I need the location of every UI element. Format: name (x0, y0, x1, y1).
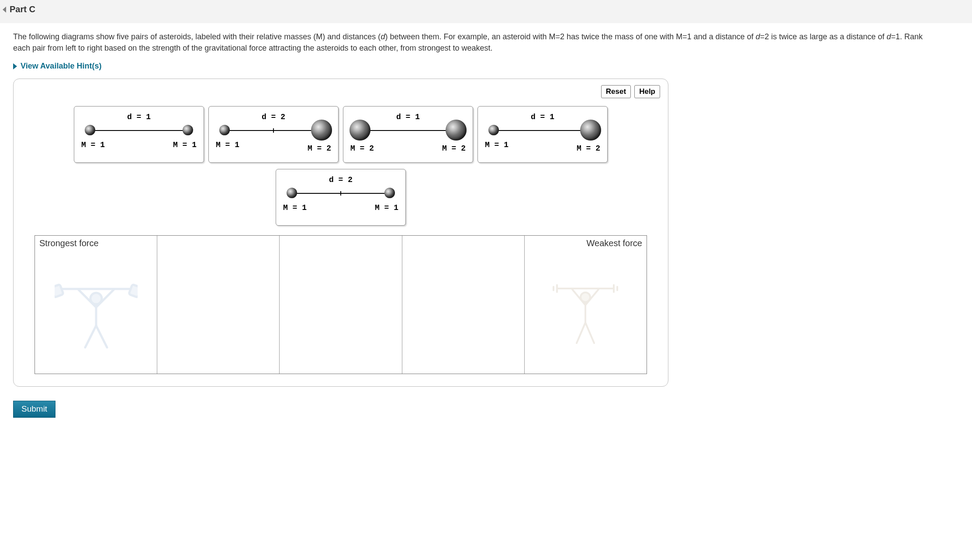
distance-label: d = 1 (396, 113, 420, 121)
distance-line (358, 130, 458, 131)
collapse-caret-icon[interactable] (3, 7, 6, 13)
tiles-row: d = 1M = 1M = 1d = 2M = 1M = 2d = 1M = 2… (74, 106, 608, 163)
submit-button[interactable]: Submit (13, 401, 55, 418)
distance-label: d = 2 (329, 175, 353, 184)
asteroid-pair-tile[interactable]: d = 2M = 1M = 1 (276, 169, 406, 226)
rank-slot[interactable] (402, 236, 525, 374)
mass-label-left: M = 1 (216, 141, 239, 149)
tiles-area: d = 1M = 1M = 1d = 2M = 1M = 2d = 1M = 2… (21, 106, 660, 226)
asteroid-left-icon (287, 188, 297, 198)
mass-label-left: M = 1 (283, 203, 307, 212)
var-d: d (380, 32, 385, 41)
question-prompt: The following diagrams show five pairs o… (13, 31, 939, 54)
mass-label-left: M = 2 (350, 144, 374, 153)
tiles-row: d = 2M = 1M = 1 (276, 169, 406, 226)
rank-slot[interactable] (280, 236, 402, 374)
svg-rect-1 (55, 285, 63, 298)
midpoint-tick (340, 191, 341, 196)
var-d: d (887, 32, 891, 41)
asteroid-left-icon (349, 120, 370, 141)
mass-label-right: M = 1 (173, 141, 197, 149)
asteroid-right-icon (183, 125, 193, 135)
distance-line (493, 130, 592, 131)
asteroid-pair-tile[interactable]: d = 1M = 1M = 2 (477, 106, 608, 163)
mass-label-right: M = 2 (308, 144, 331, 153)
hints-label: View Available Hint(s) (21, 62, 101, 71)
svg-rect-2 (128, 285, 137, 298)
distance-label: d = 2 (262, 113, 285, 121)
asteroid-pair-tile[interactable]: d = 1M = 1M = 1 (74, 106, 204, 163)
prompt-segment: The following diagrams show five pairs o… (13, 32, 380, 41)
asteroid-right-icon (311, 120, 332, 141)
asteroid-right-icon (580, 120, 601, 141)
svg-line-7 (85, 326, 96, 347)
ranking-target[interactable]: Strongest force Weakest force (35, 235, 647, 374)
svg-line-18 (577, 323, 585, 343)
asteroid-pair-tile[interactable]: d = 2M = 1M = 2 (208, 106, 339, 163)
asteroid-pair-tile[interactable]: d = 1M = 2M = 2 (343, 106, 473, 163)
rank-slot[interactable] (157, 236, 280, 374)
prompt-segment: ) between them. For example, an asteroid… (385, 32, 755, 41)
rank-slot[interactable] (525, 236, 647, 374)
part-header: Part C (0, 0, 972, 23)
workspace-toolbar: Reset Help (21, 85, 660, 98)
weak-lifter-icon (548, 275, 623, 350)
distance-label: d = 1 (531, 113, 554, 121)
asteroid-left-icon (85, 125, 95, 135)
expand-icon (13, 63, 17, 69)
asteroid-left-icon (219, 125, 230, 135)
mass-label-right: M = 1 (375, 203, 398, 212)
svg-line-19 (585, 323, 594, 343)
mass-label-right: M = 2 (577, 144, 600, 153)
ranking-workspace: Reset Help d = 1M = 1M = 1d = 2M = 1M = … (13, 79, 668, 387)
var-d: d (756, 32, 760, 41)
view-hints-toggle[interactable]: View Available Hint(s) (13, 62, 959, 71)
asteroid-right-icon (384, 188, 395, 198)
asteroid-right-icon (446, 120, 467, 141)
rank-slot[interactable] (35, 236, 157, 374)
midpoint-tick (273, 128, 274, 133)
mass-label-right: M = 2 (442, 144, 466, 153)
distance-label: d = 1 (127, 113, 151, 121)
mass-label-left: M = 1 (81, 141, 105, 149)
strong-lifter-icon (55, 274, 138, 353)
reset-button[interactable]: Reset (601, 85, 631, 98)
svg-line-8 (96, 326, 107, 347)
distance-line (89, 130, 189, 131)
asteroid-left-icon (488, 125, 499, 135)
help-button[interactable]: Help (634, 85, 660, 98)
mass-label-left: M = 1 (485, 141, 508, 149)
part-title: Part C (10, 4, 35, 14)
prompt-segment: =2 is twice as large as a distance of (760, 32, 887, 41)
